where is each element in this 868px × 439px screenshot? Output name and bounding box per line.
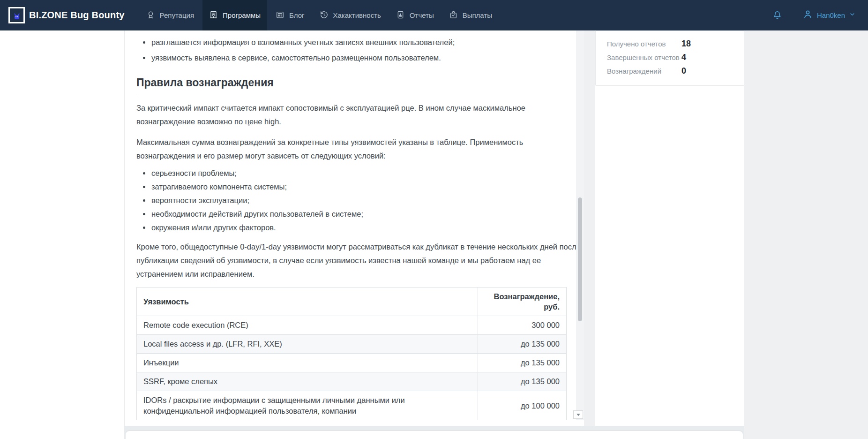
stat-row-received: Получено отчетов 18 (607, 38, 733, 50)
notifications-bell-icon[interactable] (772, 10, 783, 21)
page-body: разглашается информация о взломанных уче… (0, 30, 868, 439)
paragraph: Кроме того, общедоступные 0-day/1-day уя… (136, 240, 566, 281)
payout-bag-icon (449, 10, 458, 21)
nav-item-label: Отчеты (410, 11, 434, 19)
navbar-right: Han0ken (772, 9, 868, 22)
program-stats-card: Получено отчетов 18 Завершенных отчетов … (595, 30, 744, 86)
nav-item-label: Репутация (160, 11, 194, 19)
scrollbar-thumb[interactable] (578, 197, 582, 321)
stat-row-completed: Завершенных отчетов 4 (607, 52, 733, 63)
vulnerability-cell: SSRF, кроме слепых (137, 372, 478, 391)
stat-label: Получено отчетов (607, 38, 681, 50)
user-menu[interactable]: Han0ken (802, 9, 856, 22)
table-row: Инъекции до 135 000 (137, 354, 567, 372)
list-item: уязвимость выявлена в сервисе, самостоят… (136, 52, 566, 64)
table-row: IDORs / раскрытие информации с защищенны… (137, 391, 567, 421)
nav-item-hacktivity[interactable]: Хакактивность (313, 0, 388, 30)
paragraph-line: публикации сведений об уязвимости, в слу… (136, 254, 566, 267)
nav-item-blog[interactable]: Блог (269, 0, 311, 30)
paragraph: За критический импакт считается импакт с… (136, 101, 566, 129)
nav-item-label: Блог (289, 11, 304, 19)
report-document-icon (396, 10, 405, 21)
paragraph-line: вознаграждения и его размер могут зависе… (136, 149, 566, 163)
table-row: SSRF, кроме слепых до 135 000 (137, 372, 567, 391)
list-item: серьезности проблемы; (136, 167, 566, 179)
list-item: окружения и/или других факторов. (136, 222, 566, 233)
vulnerability-cell: Инъекции (137, 354, 478, 372)
paragraph-line: устранением или исправлением. (136, 267, 566, 281)
content-scrollbar-track[interactable] (576, 30, 584, 420)
top-navbar: BI.ZONE Bug Bounty Репутация (0, 0, 868, 30)
rewards-table: Уязвимость Вознаграждение, руб. Remote c… (136, 287, 567, 420)
brand-title: BI.ZONE Bug Bounty (29, 10, 125, 21)
list-item-text: уязвимость выявлена в сервисе, самостоят… (151, 53, 441, 62)
heading-divider (136, 94, 566, 94)
conditions-list: серьезности проблемы; затрагиваемого ком… (136, 167, 566, 233)
nav-item-payouts[interactable]: Выплаты (442, 0, 499, 30)
building-icon (209, 10, 218, 21)
stat-row-rewards: Вознаграждений 0 (607, 65, 733, 77)
paragraph: Максимальная сумма вознаграждений за кон… (136, 136, 566, 163)
history-clock-icon (320, 10, 329, 21)
nav-item-reports[interactable]: Отчеты (389, 0, 441, 30)
table-row: Local files access и др. (LFR, RFI, XXE)… (137, 335, 567, 354)
reward-cell: до 135 000 (478, 372, 567, 391)
column-header-line: руб. (485, 302, 560, 312)
paragraph-line: Максимальная сумма вознаграждений за кон… (136, 136, 566, 149)
paragraph-line: За критический импакт считается импакт с… (136, 101, 566, 115)
reward-cell: до 100 000 (478, 391, 567, 421)
reward-cell: до 135 000 (478, 335, 567, 354)
main-nav: Репутация Программы (139, 0, 500, 30)
paragraph-line: Кроме того, общедоступные 0-day/1-day уя… (136, 240, 566, 254)
stat-value: 0 (681, 65, 686, 77)
list-item-text: вероятности эксплуатации; (151, 196, 249, 204)
rewards-heading: Правила вознаграждения (136, 76, 566, 90)
down-arrow-icon (576, 414, 580, 416)
list-item: затрагиваемого компонента системы; (136, 181, 566, 192)
program-description-panel: разглашается информация о взломанных уче… (125, 30, 584, 420)
medal-icon (146, 10, 155, 21)
column-header-line: Вознаграждение, (485, 291, 560, 302)
list-item-text: разглашается информация о взломанных уче… (151, 38, 455, 46)
nav-item-programs[interactable]: Программы (202, 0, 267, 30)
list-item: необходимости действий других пользовате… (136, 208, 566, 220)
column-header-vulnerability: Уязвимость (137, 288, 478, 316)
list-item-text: серьезности проблемы; (151, 169, 237, 177)
list-item-text: окружения и/или других факторов. (151, 223, 276, 232)
newspaper-icon (276, 10, 284, 21)
stat-label: Завершенных отчетов (607, 52, 681, 63)
next-section-band (124, 426, 744, 439)
chevron-down-icon (849, 11, 856, 20)
nav-item-label: Хакактивность (333, 11, 381, 19)
bizone-logo-icon (8, 7, 25, 23)
next-section-card (126, 431, 743, 439)
scroll-down-button[interactable] (573, 410, 583, 419)
list-item-text: затрагиваемого компонента системы; (151, 182, 287, 191)
stat-label: Вознаграждений (607, 65, 681, 77)
vulnerability-cell: Remote code execution (RCE) (137, 316, 478, 335)
page-background-gap (584, 30, 595, 439)
vulnerability-cell: Local files access и др. (LFR, RFI, XXE) (137, 335, 478, 354)
stat-value: 18 (681, 38, 691, 50)
page-background-right (744, 30, 868, 439)
vulnerability-cell: IDORs / раскрытие информации с защищенны… (137, 391, 478, 421)
list-item-text: необходимости действий других пользовате… (151, 210, 363, 218)
stat-value: 4 (681, 52, 686, 63)
table-header-row: Уязвимость Вознаграждение, руб. (137, 288, 567, 316)
user-icon (802, 9, 813, 22)
exclusions-list: разглашается информация о взломанных уче… (136, 37, 566, 64)
username: Han0ken (817, 11, 845, 19)
brand-home-link[interactable]: BI.ZONE Bug Bounty (0, 7, 125, 23)
list-item: разглашается информация о взломанных уче… (136, 37, 566, 48)
reward-cell: до 135 000 (478, 354, 567, 372)
nav-item-label: Программы (223, 11, 261, 19)
app-root: BI.ZONE Bug Bounty Репутация (0, 0, 868, 439)
list-item: вероятности эксплуатации; (136, 195, 566, 206)
column-header-reward: Вознаграждение, руб. (478, 288, 567, 316)
table-row: Remote code execution (RCE) 300 000 (137, 316, 567, 335)
nav-item-reputation[interactable]: Репутация (140, 0, 201, 30)
reward-cell: 300 000 (478, 316, 567, 335)
nav-item-label: Выплаты (463, 11, 492, 19)
paragraph-line: вознаграждение возможно по цене high. (136, 115, 566, 129)
